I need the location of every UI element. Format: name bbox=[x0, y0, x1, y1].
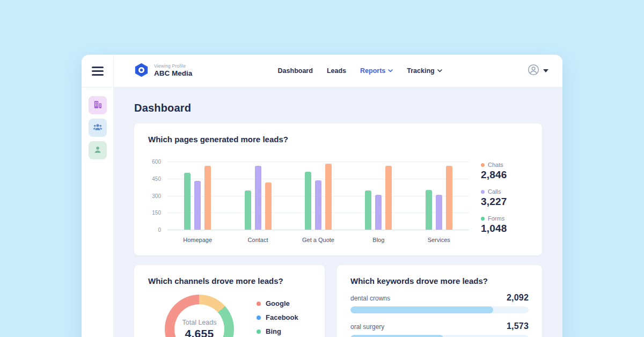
grouped-bar-chart: 6004503001500 HomepageContactGet a Quote… bbox=[148, 162, 481, 242]
bar-calls bbox=[255, 166, 261, 230]
channels-leads-card: Which channels drove more leads? Total L… bbox=[134, 265, 325, 337]
donut-center-label: Total Leads bbox=[182, 319, 217, 326]
bar-forms bbox=[365, 191, 371, 230]
page-background: Viewing Profile ABC Media DashboardLeads… bbox=[0, 0, 644, 337]
donut-legend-item-bing: Bing bbox=[257, 327, 298, 335]
category-label: Get a Quote bbox=[302, 237, 334, 243]
brand-logo-icon bbox=[134, 63, 149, 79]
bar-group-homepage: Homepage bbox=[184, 162, 211, 230]
bar-forms bbox=[245, 191, 251, 230]
legend-dot bbox=[481, 190, 485, 194]
category-label: Services bbox=[428, 237, 450, 243]
user-menu[interactable] bbox=[528, 64, 548, 78]
keyword-label: oral surgery bbox=[350, 323, 384, 331]
keyword-line: oral surgery1,573 bbox=[350, 321, 529, 331]
legend-label-row: Chats bbox=[481, 162, 528, 168]
keyword-bar-fill bbox=[350, 335, 443, 337]
bar-calls bbox=[436, 195, 442, 230]
top-navigation-bar: Viewing Profile ABC Media DashboardLeads… bbox=[114, 55, 562, 87]
keyword-bar-fill bbox=[350, 306, 493, 313]
bar-forms bbox=[305, 172, 311, 230]
nav-item-reports[interactable]: Reports bbox=[360, 67, 393, 75]
keyword-value: 1,573 bbox=[507, 321, 529, 331]
channels-card-title: Which channels drove more leads? bbox=[148, 265, 311, 286]
legend-value: 1,048 bbox=[481, 223, 528, 235]
bar-group-blog: Blog bbox=[365, 162, 392, 230]
sidebar-item-contact[interactable] bbox=[89, 141, 107, 159]
pages-leads-card: Which pages generated more leads? 600450… bbox=[134, 123, 542, 255]
legend-label: Calls bbox=[488, 188, 501, 195]
bar-group-contact: Contact bbox=[245, 162, 272, 230]
bar-group-get-a-quote: Get a Quote bbox=[305, 162, 332, 230]
chevron-down-icon bbox=[388, 69, 393, 72]
keyword-rows: dental crowns2,092oral surgery1,573 bbox=[350, 293, 529, 337]
keywords-card-title: Which keywords drove more leads? bbox=[350, 265, 529, 286]
sidebar-header bbox=[82, 55, 113, 87]
legend-label-row: Forms bbox=[481, 215, 528, 222]
legend-dot bbox=[257, 329, 261, 334]
brand: Viewing Profile ABC Media bbox=[134, 63, 192, 79]
sidebar bbox=[82, 55, 114, 337]
buildings-icon bbox=[92, 99, 103, 112]
pages-card-title: Which pages generated more leads? bbox=[148, 123, 528, 144]
person-icon bbox=[92, 144, 103, 157]
y-tick-label: 450 bbox=[152, 175, 161, 181]
bar-groups: HomepageContactGet a QuoteBlogServices bbox=[167, 162, 469, 230]
bar-chats bbox=[204, 166, 211, 230]
nav-item-tracking[interactable]: Tracking bbox=[407, 67, 442, 75]
donut-total-value: 4,655 bbox=[185, 327, 214, 337]
keyword-row: dental crowns2,092 bbox=[350, 293, 529, 313]
donut-legend-item-google: Google bbox=[257, 299, 298, 307]
keyword-row: oral surgery1,573 bbox=[350, 321, 529, 337]
nav-item-label: Leads bbox=[327, 67, 346, 75]
legend-item-calls: Calls3,227 bbox=[481, 188, 528, 208]
legend-item-forms: Forms1,048 bbox=[481, 215, 528, 235]
nav-item-label: Tracking bbox=[407, 67, 434, 75]
keywords-leads-card: Which keywords drove more leads? dental … bbox=[337, 265, 542, 337]
bar-chats bbox=[265, 182, 272, 230]
legend-dot bbox=[257, 316, 261, 320]
brand-name: ABC Media bbox=[154, 69, 192, 78]
user-avatar-icon bbox=[528, 64, 539, 78]
category-label: Blog bbox=[372, 237, 384, 243]
legend-dot bbox=[257, 302, 261, 306]
legend-dot bbox=[481, 217, 485, 221]
y-axis: 6004503001500 bbox=[148, 162, 163, 230]
legend-item-chats: Chats2,846 bbox=[481, 162, 528, 181]
menu-toggle-button[interactable] bbox=[92, 67, 104, 76]
main-nav: DashboardLeadsReportsTracking bbox=[192, 67, 528, 75]
donut-chart: Total Leads 4,655 bbox=[165, 295, 234, 337]
sidebar-item-team[interactable] bbox=[89, 119, 107, 137]
sidebar-icons bbox=[82, 96, 113, 159]
bar-chats bbox=[325, 164, 332, 230]
legend-label-row: Calls bbox=[481, 188, 528, 195]
legend-label: Chats bbox=[488, 162, 503, 168]
bar-forms bbox=[184, 173, 191, 230]
bar-calls bbox=[315, 180, 321, 230]
keyword-bar-track bbox=[350, 306, 529, 313]
legend-label: Google bbox=[266, 299, 290, 307]
app-window: Viewing Profile ABC Media DashboardLeads… bbox=[82, 55, 562, 337]
nav-item-leads[interactable]: Leads bbox=[327, 67, 346, 75]
keyword-bar-track bbox=[350, 335, 529, 337]
keyword-line: dental crowns2,092 bbox=[350, 293, 529, 303]
nav-item-label: Dashboard bbox=[278, 67, 313, 75]
keyword-label: dental crowns bbox=[350, 295, 390, 302]
caret-down-icon bbox=[543, 69, 548, 72]
donut-legend-item-facebook: Facebook bbox=[257, 313, 298, 321]
bar-forms bbox=[426, 190, 432, 230]
bar-chats bbox=[446, 166, 452, 230]
viewing-profile-label: Viewing Profile bbox=[154, 63, 192, 69]
page-title: Dashboard bbox=[134, 102, 542, 114]
y-tick-label: 600 bbox=[152, 159, 161, 165]
bar-chats bbox=[385, 166, 392, 230]
legend-value: 3,227 bbox=[481, 196, 528, 208]
legend-label: Facebook bbox=[266, 313, 298, 321]
bar-group-services: Services bbox=[426, 162, 452, 230]
legend-label: Forms bbox=[488, 215, 504, 222]
y-tick-label: 150 bbox=[152, 210, 161, 216]
bar-calls bbox=[375, 195, 382, 230]
nav-item-dashboard[interactable]: Dashboard bbox=[278, 67, 313, 75]
legend-dot bbox=[481, 163, 485, 167]
sidebar-item-companies[interactable] bbox=[89, 96, 107, 114]
